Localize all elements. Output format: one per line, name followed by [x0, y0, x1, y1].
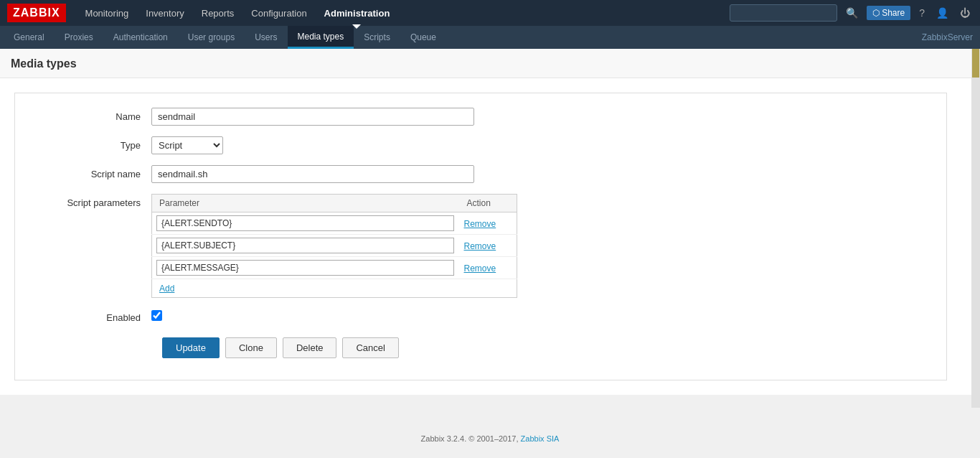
- search-input[interactable]: [730, 4, 837, 22]
- footer-text: Zabbix 3.2.4. © 2001–2017,: [421, 434, 519, 443]
- script-params-row: Script parameters Parameter Action: [37, 194, 925, 298]
- nav-configuration[interactable]: Configuration: [242, 2, 315, 24]
- top-navbar: ZABBIX Monitoring Inventory Reports Conf…: [0, 0, 980, 26]
- name-input[interactable]: [151, 108, 474, 126]
- page-title: Media types: [0, 49, 980, 78]
- user-icon[interactable]: 👤: [933, 7, 951, 19]
- enabled-row: Enabled: [37, 309, 925, 323]
- type-label: Type: [37, 136, 151, 151]
- param-input-3[interactable]: [156, 260, 454, 276]
- add-param-button[interactable]: Add: [159, 284, 174, 294]
- scrollbar-thumb[interactable]: [972, 49, 979, 78]
- subnav-scripts[interactable]: Scripts: [354, 26, 400, 49]
- top-nav-links: Monitoring Inventory Reports Configurati…: [77, 2, 730, 24]
- footer-link[interactable]: Zabbix SIA: [521, 434, 560, 443]
- scrollbar[interactable]: [971, 49, 980, 408]
- clone-button[interactable]: Clone: [225, 337, 277, 358]
- share-button[interactable]: ⬡ Share: [867, 6, 910, 20]
- nav-inventory[interactable]: Inventory: [137, 2, 192, 24]
- nav-reports[interactable]: Reports: [193, 2, 243, 24]
- script-params-label: Script parameters: [37, 194, 151, 208]
- help-icon[interactable]: ?: [916, 7, 928, 19]
- footer: Zabbix 3.2.4. © 2001–2017, Zabbix SIA: [0, 424, 980, 454]
- add-param-row: Add: [152, 279, 517, 298]
- nav-monitoring[interactable]: Monitoring: [77, 2, 138, 24]
- param-input-1[interactable]: [156, 215, 454, 231]
- page-wrapper: Media types Name Type Email Script SMS J…: [0, 49, 980, 458]
- param-input-2[interactable]: [156, 238, 454, 253]
- params-table: Parameter Action Remove: [151, 194, 517, 298]
- enabled-checkbox[interactable]: [151, 310, 162, 321]
- type-select[interactable]: Email Script SMS Jabber Ez Texting: [151, 136, 223, 154]
- name-label: Name: [37, 108, 151, 122]
- name-row: Name: [37, 108, 925, 126]
- subnav-proxies[interactable]: Proxies: [55, 26, 103, 49]
- param-row-1: Remove: [152, 212, 517, 235]
- form-card: Name Type Email Script SMS Jabber Ez Tex…: [14, 93, 947, 380]
- logo: ZABBIX: [7, 4, 66, 22]
- subnav-user-groups[interactable]: User groups: [178, 26, 245, 49]
- update-button[interactable]: Update: [162, 337, 220, 358]
- subnav-users[interactable]: Users: [245, 26, 287, 49]
- search-icon[interactable]: 🔍: [843, 7, 861, 19]
- param-col-header: Parameter: [152, 195, 460, 212]
- remove-button-1[interactable]: Remove: [464, 219, 496, 229]
- sub-navbar: General Proxies Authentication User grou…: [0, 26, 980, 49]
- delete-button[interactable]: Delete: [283, 337, 337, 358]
- button-row: Update Clone Delete Cancel: [162, 337, 925, 358]
- server-label: ZabbixServer: [922, 32, 980, 42]
- cancel-button[interactable]: Cancel: [342, 337, 398, 358]
- param-row-3: Remove: [152, 257, 517, 279]
- script-name-row: Script name: [37, 165, 925, 183]
- subnav-media-types[interactable]: Media types: [288, 26, 354, 49]
- remove-button-2[interactable]: Remove: [464, 241, 496, 251]
- script-name-label: Script name: [37, 165, 151, 179]
- subnav-queue[interactable]: Queue: [400, 26, 446, 49]
- type-row: Type Email Script SMS Jabber Ez Texting: [37, 136, 925, 154]
- remove-button-3[interactable]: Remove: [464, 263, 496, 274]
- form-container: Name Type Email Script SMS Jabber Ez Tex…: [0, 78, 980, 395]
- power-icon[interactable]: ⏻: [957, 7, 973, 19]
- action-col-header: Action: [460, 195, 517, 212]
- subnav-authentication[interactable]: Authentication: [103, 26, 178, 49]
- subnav-general[interactable]: General: [4, 26, 55, 49]
- script-name-input[interactable]: [151, 165, 474, 183]
- nav-administration[interactable]: Administration: [316, 2, 399, 24]
- param-row-2: Remove: [152, 235, 517, 257]
- top-nav-right: 🔍 ⬡ Share ? 👤 ⏻: [730, 4, 973, 22]
- enabled-label: Enabled: [37, 309, 151, 323]
